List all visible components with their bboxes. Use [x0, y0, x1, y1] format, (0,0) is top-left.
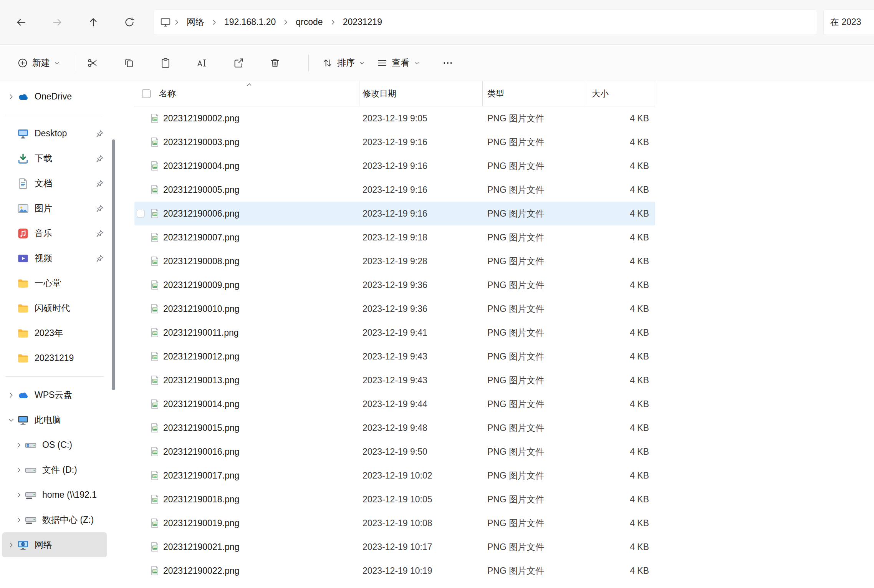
file-type-cell: PNG 图片文件	[483, 113, 584, 124]
column-header-size[interactable]: 大小	[584, 81, 655, 106]
sidebar-item-pictures[interactable]: 图片	[2, 196, 107, 221]
file-date-cell: 2023-12-19 9:36	[359, 280, 483, 290]
file-date-cell: 2023-12-19 9:16	[359, 137, 483, 147]
sidebar-item-folder-20231219[interactable]: 20231219	[2, 346, 107, 371]
forward-button[interactable]	[47, 12, 68, 33]
view-button[interactable]: 查看	[371, 53, 425, 73]
sidebar-item-home-192[interactable]: home (\\192.1	[2, 482, 107, 507]
file-name: 202312190022.png	[163, 566, 239, 576]
sidebar-item-network[interactable]: 网络	[2, 532, 107, 557]
chevron-right-icon[interactable]	[13, 514, 25, 526]
chevron-down-icon[interactable]	[5, 414, 17, 426]
row-checkbox[interactable]	[137, 210, 144, 217]
file-row[interactable]: 202312190008.png2023-12-19 9:28PNG 图片文件4…	[134, 249, 655, 273]
file-row[interactable]: 202312190021.png2023-12-19 10:17PNG 图片文件…	[134, 535, 655, 559]
up-button[interactable]	[83, 12, 104, 33]
file-row[interactable]: 202312190011.png2023-12-19 9:41PNG 图片文件4…	[134, 321, 655, 345]
sort-arrows-icon	[322, 57, 333, 69]
share-button[interactable]	[228, 52, 249, 74]
file-row[interactable]: 202312190012.png2023-12-19 9:43PNG 图片文件4…	[134, 345, 655, 368]
file-row[interactable]: 202312190003.png2023-12-19 9:16PNG 图片文件4…	[134, 130, 655, 154]
file-date-cell: 2023-12-19 9:16	[359, 161, 483, 171]
breadcrumb-item-0[interactable]: 网络	[182, 13, 209, 31]
file-row[interactable]: 202312190019.png2023-12-19 10:08PNG 图片文件…	[134, 511, 655, 535]
sidebar-item-documents[interactable]: 文档	[2, 171, 107, 196]
cut-button[interactable]	[82, 52, 103, 74]
file-type-cell: PNG 图片文件	[483, 541, 584, 553]
sort-button-label: 排序	[337, 57, 355, 69]
column-header-date[interactable]: 修改日期	[359, 81, 483, 106]
sidebar-item-music[interactable]: 音乐	[2, 221, 107, 246]
sidebar-item-data-center-z[interactable]: 数据中心 (Z:)	[2, 507, 107, 532]
file-row[interactable]: 202312190007.png2023-12-19 9:18PNG 图片文件4…	[134, 225, 655, 249]
trash-icon	[269, 57, 281, 69]
file-type-cell: PNG 图片文件	[483, 422, 584, 434]
file-row[interactable]: 202312190009.png2023-12-19 9:36PNG 图片文件4…	[134, 273, 655, 297]
file-row[interactable]: 202312190015.png2023-12-19 9:48PNG 图片文件4…	[134, 416, 655, 440]
sidebar-item-desktop[interactable]: Desktop	[2, 121, 107, 146]
sidebar-item-onedrive[interactable]: OneDrive	[2, 84, 107, 109]
computer-icon	[17, 414, 29, 426]
sidebar-item-folder-yixintang[interactable]: 一心堂	[2, 271, 107, 296]
back-button[interactable]	[11, 12, 31, 33]
file-name: 202312190007.png	[163, 232, 239, 243]
sidebar-divider	[5, 376, 104, 377]
file-row[interactable]: 202312190017.png2023-12-19 10:02PNG 图片文件…	[134, 464, 655, 487]
more-button[interactable]	[437, 52, 459, 74]
file-row[interactable]: 202312190016.png2023-12-19 9:50PNG 图片文件4…	[134, 440, 655, 464]
drive-icon	[25, 464, 37, 476]
file-row[interactable]: 202312190014.png2023-12-19 9:44PNG 图片文件4…	[134, 392, 655, 416]
png-file-icon	[149, 184, 160, 195]
file-row[interactable]: 202312190018.png2023-12-19 10:05PNG 图片文件…	[134, 487, 655, 511]
sidebar-item-downloads[interactable]: 下载	[2, 146, 107, 171]
breadcrumb-item-3[interactable]: 20231219	[338, 14, 387, 30]
file-type-cell: PNG 图片文件	[483, 446, 584, 458]
file-row[interactable]: 202312190022.png2023-12-19 10:19PNG 图片文件…	[134, 559, 655, 583]
chevron-right-icon[interactable]	[13, 464, 25, 476]
new-button[interactable]: 新建	[12, 53, 66, 73]
file-row[interactable]: 202312190006.png2023-12-19 9:16PNG 图片文件4…	[134, 202, 655, 225]
rename-button[interactable]	[191, 52, 213, 74]
chevron-right-icon[interactable]	[5, 91, 17, 103]
share-icon	[233, 57, 244, 69]
rename-icon	[196, 57, 208, 69]
onedrive-cloud-icon	[17, 91, 29, 103]
chevron-right-icon[interactable]	[5, 539, 17, 551]
network-drive-icon	[25, 514, 37, 526]
paste-button[interactable]	[155, 52, 176, 74]
file-name: 202312190021.png	[163, 542, 239, 552]
sidebar-item-this-pc[interactable]: 此电脑	[2, 407, 107, 432]
search-input[interactable]: 在 2023	[823, 10, 874, 35]
refresh-button[interactable]	[119, 12, 140, 33]
sidebar-item-folder-2023[interactable]: 2023年	[2, 321, 107, 346]
file-row[interactable]: 202312190004.png2023-12-19 9:16PNG 图片文件4…	[134, 154, 655, 178]
select-all-checkbox[interactable]	[142, 89, 151, 98]
sidebar-item-files-d[interactable]: 文件 (D:)	[2, 457, 107, 482]
file-date-cell: 2023-12-19 9:05	[359, 113, 483, 124]
sort-button[interactable]: 排序	[316, 53, 371, 73]
file-row[interactable]: 202312190002.png2023-12-19 9:05PNG 图片文件4…	[134, 106, 655, 130]
sidebar-item-label: Desktop	[35, 128, 95, 139]
copy-button[interactable]	[118, 52, 140, 74]
sidebar-item-videos[interactable]: 视频	[2, 246, 107, 271]
address-bar[interactable]: 网络192.168.1.20qrcode20231219	[154, 10, 817, 35]
delete-button[interactable]	[264, 52, 286, 74]
column-header-name-label: 名称	[159, 88, 176, 99]
chevron-right-icon[interactable]	[13, 439, 25, 451]
breadcrumb-item-1[interactable]: 192.168.1.20	[220, 14, 280, 30]
file-row[interactable]: 202312190013.png2023-12-19 9:43PNG 图片文件4…	[134, 368, 655, 392]
chevron-spacer	[5, 128, 17, 139]
file-row[interactable]: 202312190010.png2023-12-19 9:36PNG 图片文件4…	[134, 297, 655, 321]
chevron-right-icon[interactable]	[13, 489, 25, 501]
column-header-type[interactable]: 类型	[483, 81, 584, 106]
new-button-label: 新建	[32, 57, 50, 69]
file-row[interactable]: 202312190005.png2023-12-19 9:16PNG 图片文件4…	[134, 178, 655, 202]
sidebar-item-os-c[interactable]: OS (C:)	[2, 432, 107, 457]
sidebar-scrollbar[interactable]	[112, 139, 115, 390]
sidebar-item-folder-shanshuoshidai[interactable]: 闪硕时代	[2, 296, 107, 321]
column-header-name[interactable]: 名称	[134, 81, 359, 106]
chevron-right-icon[interactable]	[5, 389, 17, 401]
png-file-icon	[149, 422, 160, 433]
breadcrumb-item-2[interactable]: qrcode	[291, 14, 327, 30]
sidebar-item-wps-cloud[interactable]: WPS云盘	[2, 383, 107, 407]
